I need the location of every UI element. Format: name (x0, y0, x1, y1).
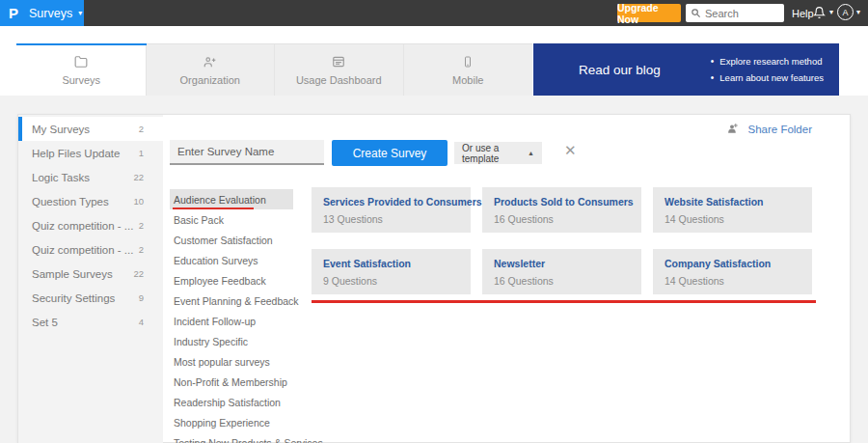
chevron-down-icon: ▾ (829, 9, 833, 16)
sidebar-item-quiz-competition[interactable]: Quiz competition - ...2 (18, 237, 163, 262)
sidebar-item-quiz-competition[interactable]: Quiz competition - ...2 (18, 213, 163, 237)
template-card-products-sold-to-consumers[interactable]: Products Sold to Consumers16 Questions (482, 187, 641, 233)
product-switcher[interactable]: P Surveys ▾ (0, 0, 84, 26)
content-panel: My Surveys2Help Files Update1Logic Tasks… (17, 114, 851, 443)
folders-sidebar: My Surveys2Help Files Update1Logic Tasks… (18, 115, 163, 443)
sidebar-item-label: Help Files Update (32, 148, 139, 159)
sidebar-item-my-surveys[interactable]: My Surveys2 (18, 117, 163, 141)
template-card-company-satisfaction[interactable]: Company Satisfaction14 Questions (653, 249, 812, 294)
sidebar-item-count: 2 (139, 220, 144, 231)
category-customer-satisfaction[interactable]: Customer Satisfaction (170, 230, 293, 250)
tab-organization[interactable]: Organization (147, 44, 276, 96)
survey-name-input[interactable] (170, 140, 324, 165)
category-non-profit-membership[interactable]: Non-Profit & Membership (170, 372, 293, 392)
template-card-questions: 9 Questions (323, 275, 459, 287)
category-audience-evaluation[interactable]: Audience Evaluation (170, 189, 293, 209)
category-readership-satisfaction[interactable]: Readership Satisfaction (170, 392, 293, 412)
blog-banner-title: Read our blog (579, 63, 661, 77)
help-link[interactable]: Help (792, 8, 814, 19)
add-person-icon (725, 123, 740, 135)
search-input[interactable] (705, 8, 780, 19)
sidebar-item-label: Question Types (32, 196, 133, 208)
category-basic-pack[interactable]: Basic Pack (170, 209, 293, 230)
sidebar-item-label: Set 5 (32, 317, 139, 328)
template-card-website-satisfaction[interactable]: Website Satisfaction14 Questions (653, 187, 812, 233)
sidebar-item-count: 9 (139, 292, 144, 303)
topbar-search[interactable] (686, 4, 784, 22)
sidebar-item-count: 4 (139, 317, 144, 327)
sidebar-item-label: Sample Surveys (32, 268, 133, 280)
notifications-menu[interactable]: ▾ (813, 6, 833, 19)
tab-usage-dashboard[interactable]: Usage Dashboard (275, 44, 404, 96)
sidebar-item-count: 22 (133, 172, 144, 182)
sidebar-item-label: My Surveys (32, 124, 139, 135)
nav-tabs: SurveysOrganizationUsage DashboardMobile (17, 43, 532, 96)
template-card-newsletter[interactable]: Newsletter16 Questions (482, 249, 641, 294)
bell-icon (813, 6, 826, 19)
folder-icon (73, 54, 89, 69)
sidebar-item-label: Quiz competition - ... (32, 244, 139, 256)
chevron-up-icon: ▲ (528, 150, 534, 156)
sidebar-item-label: Logic Tasks (32, 172, 133, 183)
template-card-title: Website Satisfaction (665, 196, 800, 208)
use-template-dropdown[interactable]: Or use a template ▲ (454, 142, 542, 164)
sidebar-item-set-5[interactable]: Set 54 (18, 310, 163, 334)
dashboard-icon (331, 54, 346, 69)
category-education-surveys[interactable]: Education Surveys (170, 250, 293, 270)
template-card-services-provided-to-consumers[interactable]: Services Provided to Consumers13 Questio… (312, 187, 471, 233)
avatar: A (837, 4, 854, 20)
search-icon (691, 8, 701, 18)
template-cards-grid: Services Provided to Consumers13 Questio… (312, 187, 812, 294)
template-card-title: Products Sold to Consumers (494, 196, 630, 208)
category-event-planning-feedback[interactable]: Event Planning & Feedback (170, 291, 293, 311)
product-switcher-label: Surveys (29, 7, 72, 20)
sidebar-item-help-files-update[interactable]: Help Files Update1 (18, 141, 163, 165)
share-folder-button[interactable]: Share Folder (725, 123, 812, 135)
page: P Surveys ▾ Upgrade Now Help ▾ A ▾ Surve… (0, 0, 868, 443)
sidebar-item-sample-surveys[interactable]: Sample Surveys22 (18, 262, 163, 286)
upgrade-now-button[interactable]: Upgrade Now (617, 4, 681, 22)
tab-label: Mobile (452, 74, 483, 86)
people-add-icon (202, 54, 218, 69)
close-icon[interactable]: ✕ (564, 143, 577, 157)
blog-bullet: Explore research method (711, 53, 824, 69)
sidebar-item-logic-tasks[interactable]: Logic Tasks22 (18, 165, 163, 189)
category-incident-follow-up[interactable]: Incident Follow-up (170, 311, 293, 331)
sidebar-item-label: Quiz competition - ... (32, 220, 139, 232)
template-card-questions: 14 Questions (665, 213, 800, 225)
red-annotation-line (312, 300, 816, 303)
sidebar-item-question-types[interactable]: Question Types10 (18, 189, 163, 213)
template-card-questions: 16 Questions (494, 275, 630, 287)
category-industry-specific[interactable]: Industry Specific (170, 331, 293, 351)
category-testing-new-products-services[interactable]: Testing New Products & Services (170, 432, 293, 443)
category-most-popular-surveys[interactable]: Most popular surveys (170, 351, 293, 372)
template-card-title: Company Satisfaction (665, 258, 800, 269)
account-menu[interactable]: A ▾ (837, 4, 860, 20)
category-employee-feedback[interactable]: Employee Feedback (170, 270, 293, 291)
chevron-down-icon: ▾ (856, 9, 860, 16)
sidebar-item-count: 22 (133, 268, 144, 279)
tab-label: Usage Dashboard (296, 74, 382, 86)
tab-mobile[interactable]: Mobile (404, 44, 533, 96)
blog-banner-bullets: Explore research methodLearn about new f… (711, 53, 824, 86)
blog-banner[interactable]: Read our blog Explore research methodLea… (533, 43, 839, 96)
sidebar-item-security-settings[interactable]: Security Settings9 (18, 286, 163, 310)
sidebar-item-count: 2 (139, 124, 144, 134)
template-card-questions: 13 Questions (323, 213, 459, 225)
template-card-event-satisfaction[interactable]: Event Satisfaction9 Questions (312, 249, 471, 294)
template-category-list: Audience EvaluationBasic PackCustomer Sa… (170, 189, 293, 443)
brand-logo: P (9, 5, 18, 21)
category-shopping-experience[interactable]: Shopping Experience (170, 412, 293, 432)
create-survey-button[interactable]: Create Survey (332, 140, 448, 166)
template-card-title: Services Provided to Consumers (323, 196, 459, 208)
tab-label: Surveys (62, 74, 100, 86)
blog-bullet: Learn about new features (711, 69, 824, 86)
use-template-label: Or use a template (462, 143, 528, 164)
template-card-questions: 14 Questions (665, 275, 800, 287)
sidebar-item-count: 1 (139, 148, 144, 158)
template-card-title: Event Satisfaction (323, 258, 459, 269)
sidebar-item-count: 10 (133, 196, 144, 207)
tab-label: Organization (180, 74, 240, 86)
sidebar-item-count: 2 (139, 244, 144, 255)
tab-surveys[interactable]: Surveys (17, 44, 147, 96)
